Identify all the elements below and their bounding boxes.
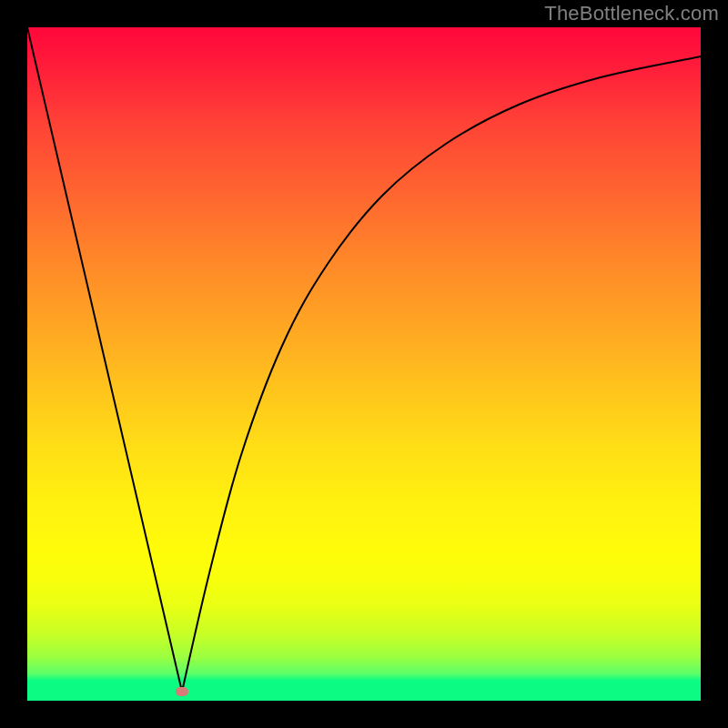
curve-svg xyxy=(27,27,701,701)
bottleneck-curve xyxy=(27,27,701,692)
minimum-marker xyxy=(176,687,188,696)
watermark-text: TheBottleneck.com xyxy=(544,2,719,25)
plot-area xyxy=(27,27,701,701)
chart-frame: TheBottleneck.com xyxy=(0,0,728,728)
